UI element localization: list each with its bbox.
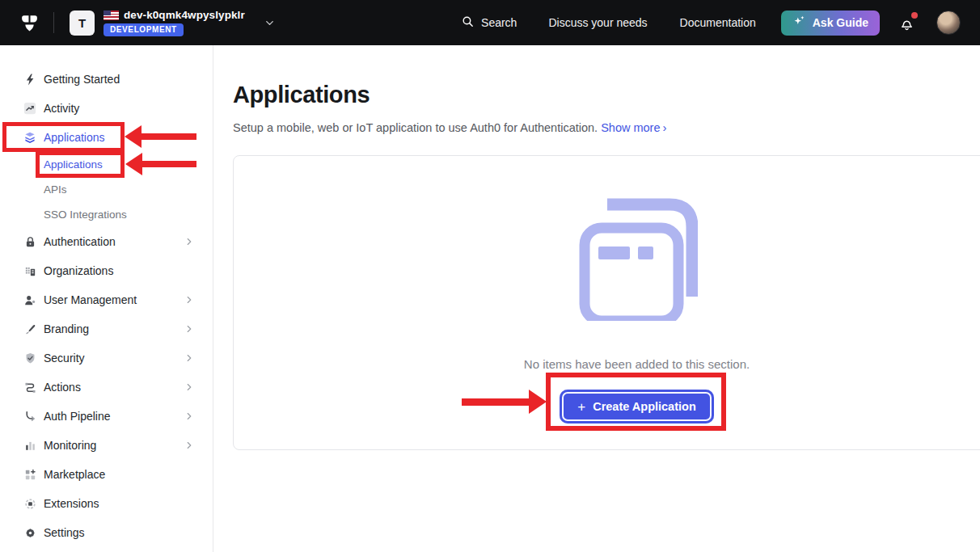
bar-chart-icon	[23, 438, 37, 453]
chevron-right-icon[interactable]: ›	[663, 120, 667, 134]
chevron-right-icon	[184, 440, 195, 451]
sidebar-item-branding[interactable]: Branding	[0, 314, 213, 343]
chevron-right-icon	[184, 294, 195, 305]
create-application-button[interactable]: + Create Application	[560, 390, 714, 423]
empty-windows-icon	[577, 198, 698, 324]
organization-icon	[23, 263, 37, 278]
main-content: Applications Setup a mobile, web or IoT …	[213, 45, 980, 552]
empty-state-message: No items have been added to this section…	[524, 356, 750, 373]
applications-empty-card: No items have been added to this section…	[233, 155, 980, 450]
create-application-label: Create Application	[593, 400, 696, 413]
ask-guide-button[interactable]: Ask Guide	[781, 11, 880, 36]
search-button[interactable]: Search	[461, 15, 517, 31]
shield-icon	[23, 351, 37, 365]
chevron-right-icon	[184, 236, 195, 247]
sidebar-item-actions[interactable]: Actions	[0, 373, 213, 402]
activity-icon	[23, 101, 37, 116]
bolt-icon	[23, 72, 37, 86]
extension-icon	[23, 496, 37, 511]
show-more-link[interactable]: Show more	[601, 121, 660, 134]
sidebar-subitem-apis[interactable]: APIs	[0, 177, 213, 202]
lock-icon	[23, 234, 37, 249]
user-avatar[interactable]	[936, 11, 961, 35]
sidebar-subitem-applications[interactable]: Applications	[0, 152, 213, 177]
chevron-down-icon[interactable]	[264, 17, 276, 29]
environment-badge: DEVELOPMENT	[103, 23, 184, 36]
chevron-right-icon	[184, 352, 195, 364]
sidebar-item-auth-pipeline[interactable]: Auth Pipeline	[0, 402, 213, 431]
grid-plus-icon	[23, 467, 37, 482]
tenant-switcher[interactable]: T dev-k0qmk4wpyslypklr DEVELOPMENT	[70, 9, 276, 36]
documentation-link[interactable]: Documentation	[680, 16, 756, 29]
pipeline-icon	[23, 409, 37, 423]
sidebar-item-authentication[interactable]: Authentication	[0, 227, 213, 256]
plus-icon: +	[577, 400, 585, 414]
chevron-down-icon	[184, 132, 195, 143]
sidebar-item-settings[interactable]: Settings	[0, 518, 213, 547]
user-icon	[23, 293, 37, 307]
sidebar: Getting Started Activity Application	[0, 45, 213, 552]
us-flag-icon	[103, 11, 119, 20]
sidebar-subitem-sso-integrations[interactable]: SSO Integrations	[0, 202, 213, 227]
page-title: Applications	[233, 81, 980, 108]
search-icon	[461, 15, 475, 31]
sidebar-item-monitoring[interactable]: Monitoring	[0, 431, 213, 460]
chevron-right-icon	[184, 381, 195, 393]
sidebar-item-activity[interactable]: Activity	[0, 94, 213, 123]
tenant-avatar: T	[70, 11, 95, 36]
auth0-logo-icon[interactable]	[19, 13, 40, 33]
sidebar-item-getting-started[interactable]: Getting Started	[0, 65, 213, 94]
sidebar-item-applications[interactable]: Applications	[0, 123, 213, 152]
topbar: T dev-k0qmk4wpyslypklr DEVELOPMENT Searc…	[0, 0, 980, 45]
search-label: Search	[481, 16, 517, 29]
layers-icon	[23, 130, 37, 145]
page-subtitle: Setup a mobile, web or IoT application t…	[233, 120, 980, 136]
sidebar-item-organizations[interactable]: Organizations	[0, 256, 213, 285]
brush-icon	[23, 322, 37, 336]
chevron-right-icon	[184, 411, 195, 422]
flow-icon	[23, 380, 37, 394]
gear-icon	[23, 525, 37, 540]
chevron-right-icon	[184, 323, 195, 335]
topbar-divider	[53, 12, 54, 33]
tenant-name: dev-k0qmk4wpyslypklr	[124, 9, 245, 21]
notifications-button[interactable]	[898, 15, 915, 32]
sidebar-item-user-management[interactable]: User Management	[0, 285, 213, 314]
discuss-your-needs-link[interactable]: Discuss your needs	[548, 16, 647, 29]
sparkle-icon	[792, 15, 806, 31]
sidebar-item-extensions[interactable]: Extensions	[0, 489, 213, 518]
sidebar-item-security[interactable]: Security	[0, 343, 213, 373]
ask-guide-label: Ask Guide	[813, 16, 868, 29]
notification-dot	[911, 12, 918, 19]
sidebar-item-marketplace[interactable]: Marketplace	[0, 460, 213, 489]
